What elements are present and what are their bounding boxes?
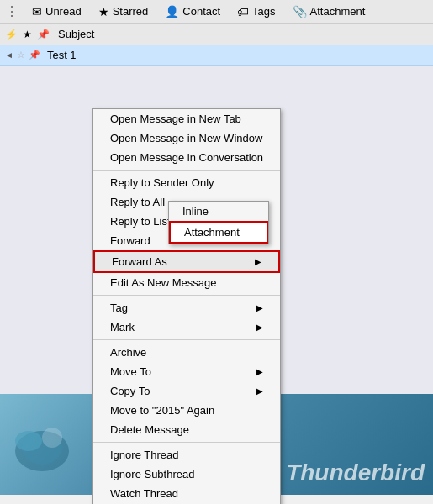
thunderbird-brand-text: Thunderbird bbox=[286, 459, 425, 486]
tag-arrow: ▶ bbox=[256, 303, 263, 312]
email-list: ◄ ☆ 📌 Test 1 bbox=[0, 45, 433, 66]
menu-ignore-thread[interactable]: Ignore Thread bbox=[93, 445, 280, 465]
svg-point-3 bbox=[42, 428, 62, 448]
move-to-arrow: ▶ bbox=[256, 367, 263, 376]
toolbar-separator-icon: ⋮ bbox=[5, 3, 18, 19]
tags-icon: 🏷 bbox=[237, 5, 249, 18]
col-icon-2: ★ bbox=[23, 29, 32, 40]
separator-3 bbox=[93, 339, 280, 340]
toolbar-starred[interactable]: ★ Starred bbox=[95, 3, 152, 20]
menu-open-new-tab[interactable]: Open Message in New Tab bbox=[93, 109, 280, 129]
menu-reply-sender[interactable]: Reply to Sender Only bbox=[93, 173, 280, 192]
forward-as-submenu: Inline Attachment bbox=[168, 201, 269, 244]
email-row[interactable]: ◄ ☆ 📌 Test 1 bbox=[0, 45, 433, 66]
submenu-attachment[interactable]: Attachment bbox=[169, 221, 268, 244]
menu-move-to[interactable]: Move To ▶ bbox=[93, 362, 280, 381]
toolbar-attachment-label: Attachment bbox=[310, 5, 366, 18]
copy-to-arrow: ▶ bbox=[256, 386, 263, 396]
content-area: Open Message in New Tab Open Message in … bbox=[0, 66, 433, 495]
svg-point-2 bbox=[15, 431, 42, 451]
toolbar-tags-label: Tags bbox=[252, 5, 275, 18]
subject-column-header[interactable]: Subject bbox=[58, 28, 94, 40]
menu-tag[interactable]: Tag ▶ bbox=[93, 298, 280, 318]
separator-1 bbox=[93, 170, 280, 171]
bird-logo bbox=[8, 411, 76, 478]
email-attach-icon: 📌 bbox=[29, 50, 40, 60]
submenu-inline[interactable]: Inline bbox=[169, 202, 268, 221]
forward-as-arrow: ▶ bbox=[255, 257, 261, 266]
star-icon: ★ bbox=[98, 5, 109, 18]
menu-archive[interactable]: Archive bbox=[93, 343, 280, 362]
menu-ignore-subthread[interactable]: Ignore Subthread bbox=[93, 465, 280, 484]
main-toolbar: ⋮ ✉ Unread ★ Starred 👤 Contact 🏷 Tags 📎 … bbox=[0, 0, 433, 24]
mark-arrow: ▶ bbox=[256, 323, 263, 332]
column-header-icons: ⚡ ★ 📌 bbox=[5, 29, 50, 40]
reply-arrow-icon: ◄ bbox=[5, 50, 13, 60]
col-icon-3: 📌 bbox=[37, 29, 50, 40]
menu-edit-new-message[interactable]: Edit As New Message bbox=[93, 273, 280, 292]
menu-open-new-window[interactable]: Open Message in New Window bbox=[93, 129, 280, 148]
column-headers: ⚡ ★ 📌 Subject bbox=[0, 24, 433, 45]
separator-2 bbox=[93, 295, 280, 296]
toolbar-unread[interactable]: ✉ Unread bbox=[29, 3, 85, 20]
menu-copy-to[interactable]: Copy To ▶ bbox=[93, 381, 280, 401]
toolbar-starred-label: Starred bbox=[113, 5, 149, 18]
attachment-icon: 📎 bbox=[293, 5, 307, 18]
toolbar-attachment[interactable]: 📎 Attachment bbox=[289, 3, 369, 20]
menu-move-again[interactable]: Move to "2015" Again bbox=[93, 401, 280, 420]
separator-4 bbox=[93, 442, 280, 443]
menu-forward-as[interactable]: Forward As ▶ bbox=[93, 250, 280, 273]
toolbar-tags[interactable]: 🏷 Tags bbox=[234, 3, 278, 20]
unread-icon: ✉ bbox=[32, 5, 42, 18]
menu-open-conversation[interactable]: Open Message in Conversation bbox=[93, 148, 280, 167]
toolbar-contact-label: Contact bbox=[182, 5, 220, 18]
col-icon-1: ⚡ bbox=[5, 29, 18, 40]
contact-icon: 👤 bbox=[165, 5, 179, 18]
email-subject: Test 1 bbox=[47, 49, 77, 61]
context-menu: Open Message in New Tab Open Message in … bbox=[92, 108, 281, 504]
toolbar-contact[interactable]: 👤 Contact bbox=[161, 3, 224, 20]
toolbar-unread-label: Unread bbox=[45, 5, 82, 18]
email-row-icons: ◄ ☆ 📌 bbox=[5, 50, 40, 60]
email-star-icon: ☆ bbox=[17, 50, 25, 60]
menu-delete-message[interactable]: Delete Message bbox=[93, 420, 280, 439]
menu-mark[interactable]: Mark ▶ bbox=[93, 318, 280, 337]
menu-watch-thread[interactable]: Watch Thread bbox=[93, 484, 280, 503]
